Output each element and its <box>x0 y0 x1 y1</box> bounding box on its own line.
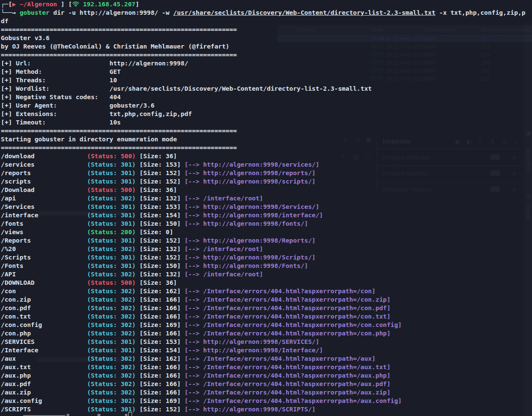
terminal-text-segment: (Status: 302) <box>87 321 135 328</box>
terminal-line: /con (Status: 302) [Size: 162] [--> /Int… <box>1 287 532 295</box>
terminal-link[interactable]: [--> /Interface/errors/404.html?aspxerro… <box>181 372 390 379</box>
terminal-text-segment: /con.config <box>1 321 87 328</box>
terminal-text-segment: [Size: 166] <box>136 296 181 303</box>
terminal-line: ========================================… <box>1 127 532 135</box>
terminal-link[interactable]: [--> /Interface/errors/404.html?aspxerro… <box>181 321 402 328</box>
terminal-text-segment: (Status: 302) <box>87 194 135 202</box>
terminal-text-segment: /fonts <box>1 220 87 227</box>
terminal-text-segment: (Status: 500) <box>87 279 135 286</box>
terminal-text-segment: /con.php <box>1 330 87 337</box>
terminal-text-segment: /API <box>1 270 87 278</box>
terminal-line: df <box>1 17 532 25</box>
terminal-text-segment: by OJ Reeves (@TheColonial) & Christian … <box>1 43 230 50</box>
terminal-line: /aux (Status: 302) [Size: 162] [--> /Int… <box>1 354 532 363</box>
terminal-line: [+] Url: http://algernon:9998/ <box>1 59 532 68</box>
terminal-link[interactable]: [--> /interface/root] <box>181 245 263 252</box>
terminal-line: /interface (Status: 301) [Size: 154] [--… <box>1 211 532 219</box>
terminal-line: /fonts (Status: 301) [Size: 150] [--> ht… <box>1 219 532 228</box>
terminal-line: /DOWNLOAD (Status: 500) [Size: 36] <box>1 278 532 287</box>
terminal-text-segment: [Size: 152] <box>136 178 181 185</box>
terminal-text-segment: ========================================… <box>1 127 237 134</box>
terminal-text-segment: /Reports <box>1 237 87 244</box>
terminal-link[interactable]: [--> /Interface/errors/404.html?aspxerro… <box>181 363 390 370</box>
terminal-link[interactable]: [--> http://algernon:9998/fonts/] <box>181 220 308 227</box>
terminal-link[interactable]: [--> /Interface/errors/404.html?aspxerro… <box>181 330 390 337</box>
terminal-text-segment: ┌─[ <box>1 0 12 8</box>
terminal-text-segment: [Size: 166] <box>136 372 181 379</box>
terminal-link[interactable]: [--> http://algernon:9998/reports/] <box>181 169 316 176</box>
terminal-text-segment: /Download <box>1 186 87 193</box>
terminal-link[interactable]: [--> http://algernon:9998/Fonts/] <box>181 262 308 269</box>
terminal-link[interactable]: [--> http://algernon:9998/scripts/] <box>181 178 316 185</box>
terminal-line: └──→ gobuster dir -u http://algernon:999… <box>1 8 532 17</box>
terminal-text-segment: [Size: 154] <box>136 211 181 219</box>
terminal-line: Gobuster v3.6 <box>1 34 532 42</box>
terminal-line: /Fonts (Status: 301) [Size: 150] [--> ht… <box>1 262 532 270</box>
terminal-link[interactable]: [--> /Interface/errors/404.html?aspxerro… <box>181 296 390 303</box>
terminal-text-segment: (Status: 301) <box>87 203 135 210</box>
terminal-line: [+] Timeout: 10s <box>1 118 532 127</box>
terminal-line: [+] Extensions: txt,php,config,zip,pdf <box>1 110 532 118</box>
terminal-text-segment: /aux.pdf <box>1 380 87 387</box>
terminal-link[interactable]: /usr/share/seclists/Discovery/Web-Conten… <box>173 9 436 16</box>
terminal-link[interactable]: [--> /interface/root] <box>181 194 263 202</box>
terminal-link[interactable]: [--> /Interface/errors/404.html?aspxerro… <box>181 397 402 404</box>
terminal-text-segment: (Status: 301) <box>87 237 135 244</box>
terminal-text-segment: /%20 <box>1 245 87 252</box>
terminal-line: [+] Wordlist: /usr/share/seclists/Discov… <box>1 84 532 93</box>
terminal-line: /con.txt (Status: 302) [Size: 166] [--> … <box>1 312 532 321</box>
terminal-link[interactable]: [--> http://algernon:9998/Interface/] <box>181 346 323 354</box>
terminal-line: [+] Negative Status codes: 404 <box>1 93 532 101</box>
terminal-text-segment: (Status: 302) <box>87 313 135 320</box>
terminal-link[interactable]: [--> /Interface/errors/404.html?aspxerro… <box>181 313 390 320</box>
terminal-line: ========================================… <box>1 143 532 152</box>
terminal-link[interactable]: [--> http://algernon:9998/SERVICES/] <box>181 338 319 345</box>
terminal-link[interactable]: [--> http://algernon:9998/interface/] <box>181 211 323 219</box>
terminal-text-segment: (Status: 302) <box>87 363 135 370</box>
terminal-text-segment: /con.pdf <box>1 304 87 311</box>
terminal-text-segment: [Size: 162] <box>136 287 181 294</box>
terminal-line: /aux.zip (Status: 302) [Size: 166] [--> … <box>1 388 532 397</box>
terminal-text-segment: [Size: 36] <box>136 279 177 286</box>
terminal-text-segment: /con.zip <box>1 296 87 303</box>
terminal-text-segment: /aux.config <box>1 397 87 404</box>
terminal-text-segment: [Size: 166] <box>136 313 181 320</box>
terminal-line: /Services (Status: 301) [Size: 153] [-->… <box>1 203 532 211</box>
terminal-text-segment: [Size: 153] <box>136 203 181 210</box>
terminal-text-segment: (Status: 301) <box>87 169 135 176</box>
terminal-link[interactable]: [--> /Interface/errors/404.html?aspxerro… <box>181 355 375 362</box>
terminal-text-segment: [Size: 169] <box>136 397 181 404</box>
terminal-text-segment: /Interface <box>1 346 87 354</box>
terminal-text-segment: [Size: 0] <box>136 228 173 235</box>
terminal-link[interactable]: [--> /Interface/errors/404.html?aspxerro… <box>181 389 390 396</box>
terminal-link[interactable]: [--> http://algernon:9998/services/] <box>181 161 319 168</box>
terminal-text-segment: [Size: 150] <box>136 220 181 227</box>
terminal-text-segment: [Size: 169] <box>136 321 181 328</box>
terminal-link[interactable]: [--> /Interface/errors/404.html?aspxerro… <box>181 304 390 311</box>
terminal-line: [+] Threads: 10 <box>1 76 532 84</box>
terminal-line: /scripts (Status: 301) [Size: 152] [--> … <box>1 177 532 186</box>
terminal-text-segment: [+] Wordlist: /usr/share/seclists/Discov… <box>1 85 372 92</box>
terminal-text-segment: /aux <box>1 355 87 362</box>
terminal-text-segment: (Status: 302) <box>87 245 135 252</box>
terminal-text-segment: /interface <box>1 211 87 219</box>
terminal-text-segment: /SCRIPTS <box>1 405 87 413</box>
terminal-text-segment: ] <box>135 0 139 8</box>
terminal-text-segment: └──→ <box>1 9 19 16</box>
terminal-link[interactable]: [--> /Interface/errors/404.html?aspxerro… <box>181 287 375 294</box>
terminal-link[interactable]: [--> http://algernon:9998/SCRIPTS/] <box>181 405 316 413</box>
terminal-text-segment: [Size: 152] <box>136 405 181 413</box>
terminal-link[interactable]: [--> http://algernon:9998/Reports/] <box>181 237 316 244</box>
terminal-link[interactable]: [--> /Interface/errors/404.html?aspxerro… <box>181 380 390 387</box>
terminal-text-segment: [Size: 36] <box>136 186 177 193</box>
terminal-window: CookiesTimeListener portStart response t… <box>0 0 532 416</box>
terminal-line: /Download (Status: 500) [Size: 36] <box>1 186 532 194</box>
terminal-output[interactable]: ┌─[▶ ~/Algernon ] [ 192.168.45.207]└──→ … <box>0 0 532 413</box>
terminal-link[interactable]: [--> /interface/root] <box>181 270 263 278</box>
terminal-line: ┌─[▶ ~/Algernon ] [ 192.168.45.207] <box>1 0 532 8</box>
terminal-line: /con.pdf (Status: 302) [Size: 166] [--> … <box>1 304 532 312</box>
terminal-link[interactable]: [--> http://algernon:9998/Scripts/] <box>181 254 316 261</box>
terminal-text-segment: Gobuster v3.6 <box>1 34 49 41</box>
terminal-line: Starting gobuster in directory enumerati… <box>1 135 532 143</box>
terminal-link[interactable]: [--> http://algernon:9998/Services/] <box>181 203 319 210</box>
